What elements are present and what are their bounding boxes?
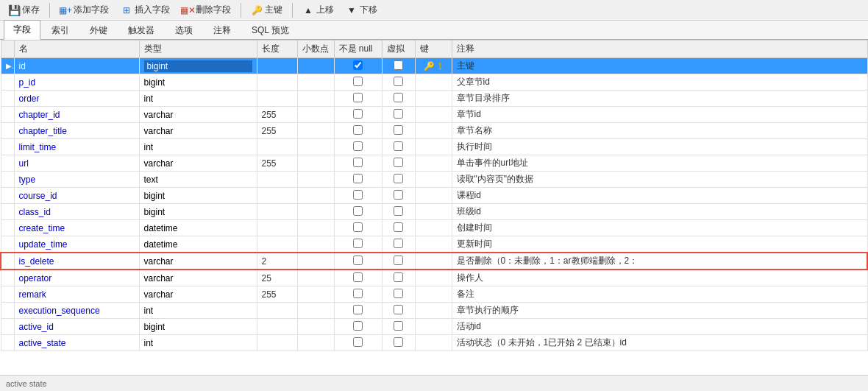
row-name[interactable]: active_id: [14, 319, 139, 335]
row-length[interactable]: [257, 91, 297, 107]
tab-comments[interactable]: 注释: [204, 21, 241, 40]
row-virtual[interactable]: [382, 335, 415, 351]
row-type[interactable]: varchar: [139, 107, 257, 123]
row-length[interactable]: 255: [257, 286, 297, 303]
row-length[interactable]: 255: [257, 155, 297, 172]
row-type[interactable]: int: [139, 139, 257, 155]
row-length[interactable]: [257, 74, 297, 91]
table-row[interactable]: active_idbigint活动id: [1, 319, 867, 335]
tab-triggers[interactable]: 触发器: [118, 21, 164, 40]
row-name[interactable]: is_delete: [14, 253, 139, 270]
row-type[interactable]: datetime: [139, 236, 257, 253]
row-virtual[interactable]: [382, 155, 415, 172]
table-row[interactable]: active_stateint活动状态（0 未开始，1已开始 2 已结束）id: [1, 335, 867, 351]
row-virtual[interactable]: [382, 188, 415, 204]
table-row[interactable]: update_timedatetime更新时间: [1, 236, 867, 253]
table-row[interactable]: execution_sequenceint章节执行的顺序: [1, 303, 867, 319]
row-name[interactable]: course_id: [14, 188, 139, 204]
table-row[interactable]: is_deletevarchar2是否删除（0：未删除，1：ar教师端删除，2：: [1, 253, 867, 270]
row-name[interactable]: class_id: [14, 204, 139, 220]
row-decimal[interactable]: [297, 286, 334, 303]
row-virtual[interactable]: [382, 286, 415, 303]
row-length[interactable]: [257, 220, 297, 236]
row-notnull[interactable]: [334, 204, 382, 220]
insert-field-button[interactable]: ⊞ 插入字段: [116, 2, 174, 18]
row-type[interactable]: varchar: [139, 253, 257, 270]
row-type[interactable]: varchar: [139, 155, 257, 172]
row-decimal[interactable]: [297, 319, 334, 335]
row-length[interactable]: [257, 335, 297, 351]
row-length[interactable]: [257, 172, 297, 188]
table-row[interactable]: operatorvarchar25操作人: [1, 270, 867, 286]
row-decimal[interactable]: [297, 91, 334, 107]
row-virtual[interactable]: [382, 204, 415, 220]
row-name[interactable]: active_state: [14, 335, 139, 351]
row-decimal[interactable]: [297, 303, 334, 319]
row-virtual[interactable]: [382, 236, 415, 253]
row-length[interactable]: 255: [257, 123, 297, 139]
row-type[interactable]: int: [139, 303, 257, 319]
row-decimal[interactable]: [297, 220, 334, 236]
table-row[interactable]: remarkvarchar255备注: [1, 286, 867, 303]
row-name[interactable]: remark: [14, 286, 139, 303]
row-virtual[interactable]: [382, 270, 415, 286]
row-name[interactable]: create_time: [14, 220, 139, 236]
row-type[interactable]: bigint: [139, 188, 257, 204]
tab-options[interactable]: 选项: [166, 21, 202, 40]
tab-foreign-keys[interactable]: 外键: [80, 21, 117, 40]
row-length[interactable]: [257, 204, 297, 220]
row-decimal[interactable]: [297, 123, 334, 139]
table-row[interactable]: create_timedatetime创建时间: [1, 220, 867, 236]
row-virtual[interactable]: [382, 107, 415, 123]
table-row[interactable]: limit_timeint执行时间: [1, 139, 867, 155]
row-notnull[interactable]: [334, 123, 382, 139]
table-row[interactable]: chapter_idvarchar255章节id: [1, 107, 867, 123]
row-type[interactable]: text: [139, 172, 257, 188]
row-name[interactable]: id: [14, 58, 139, 74]
tab-sql-preview[interactable]: SQL 预览: [242, 21, 299, 40]
row-decimal[interactable]: [297, 155, 334, 172]
row-name[interactable]: p_id: [14, 74, 139, 91]
row-length[interactable]: 25: [257, 270, 297, 286]
row-decimal[interactable]: [297, 335, 334, 351]
row-decimal[interactable]: [297, 204, 334, 220]
row-decimal[interactable]: [297, 74, 334, 91]
row-name[interactable]: chapter_id: [14, 107, 139, 123]
row-virtual[interactable]: [382, 91, 415, 107]
row-virtual[interactable]: [382, 123, 415, 139]
row-type[interactable]: bigint: [139, 58, 257, 74]
row-virtual[interactable]: [382, 74, 415, 91]
move-up-button[interactable]: ▲ 上移: [298, 2, 338, 18]
row-type[interactable]: bigint: [139, 74, 257, 91]
row-decimal[interactable]: [297, 172, 334, 188]
row-length[interactable]: 2: [257, 253, 297, 270]
row-length[interactable]: [257, 58, 297, 74]
row-notnull[interactable]: [334, 319, 382, 335]
row-name[interactable]: execution_sequence: [14, 303, 139, 319]
tab-indexes[interactable]: 索引: [42, 21, 79, 40]
row-decimal[interactable]: [297, 139, 334, 155]
row-notnull[interactable]: [334, 236, 382, 253]
row-name[interactable]: limit_time: [14, 139, 139, 155]
table-row[interactable]: urlvarchar255单击事件的url地址: [1, 155, 867, 172]
table-row[interactable]: course_idbigint课程id: [1, 188, 867, 204]
row-name[interactable]: order: [14, 91, 139, 107]
row-notnull[interactable]: [334, 139, 382, 155]
row-length[interactable]: [257, 303, 297, 319]
row-length[interactable]: 255: [257, 107, 297, 123]
table-row[interactable]: p_idbigint父章节id: [1, 74, 867, 91]
row-length[interactable]: [257, 139, 297, 155]
row-notnull[interactable]: [334, 91, 382, 107]
row-decimal[interactable]: [297, 236, 334, 253]
row-name[interactable]: url: [14, 155, 139, 172]
row-decimal[interactable]: [297, 107, 334, 123]
row-type[interactable]: datetime: [139, 220, 257, 236]
row-notnull[interactable]: [334, 155, 382, 172]
row-type[interactable]: varchar: [139, 123, 257, 139]
row-length[interactable]: [257, 236, 297, 253]
table-row[interactable]: ▶idbigint🔑 1主键: [1, 58, 867, 74]
tab-fields[interactable]: 字段: [4, 20, 40, 40]
primary-key-button[interactable]: 🔑 主键: [246, 2, 287, 18]
row-length[interactable]: [257, 319, 297, 335]
save-button[interactable]: 💾 保存: [4, 2, 44, 18]
